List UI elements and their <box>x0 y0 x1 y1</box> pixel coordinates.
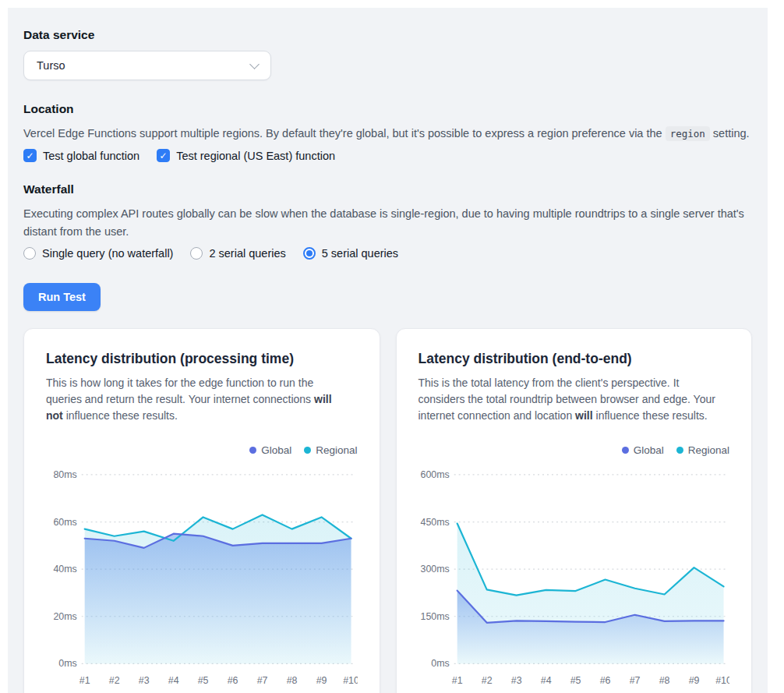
radio-single-query[interactable]: Single query (no waterfall) <box>23 247 173 260</box>
region-code-chip: region <box>666 126 710 141</box>
radio-label: Single query (no waterfall) <box>42 247 173 260</box>
legend-item-regional: Regional <box>676 444 729 456</box>
legend-label: Regional <box>316 444 357 456</box>
svg-text:#8: #8 <box>287 676 298 687</box>
svg-text:#7: #7 <box>629 676 640 687</box>
radio-icon[interactable] <box>190 247 203 260</box>
svg-text:#5: #5 <box>198 676 209 687</box>
svg-text:40ms: 40ms <box>53 564 76 575</box>
svg-text:#6: #6 <box>228 676 238 687</box>
card-description-pre: This is how long it takes for the edge f… <box>46 377 314 405</box>
radio-icon[interactable] <box>303 247 316 260</box>
card-description-post: influence these results. <box>63 409 178 422</box>
svg-text:600ms: 600ms <box>420 469 449 480</box>
waterfall-radio-row: Single query (no waterfall) 2 serial que… <box>23 247 752 260</box>
svg-text:#4: #4 <box>168 676 179 687</box>
latency-processing-card: Latency distribution (processing time) T… <box>23 328 380 693</box>
regional-series-dot-icon <box>676 447 683 454</box>
svg-text:0ms: 0ms <box>431 659 449 670</box>
svg-text:80ms: 80ms <box>53 469 76 480</box>
card-description: This is how long it takes for the edge f… <box>46 375 351 424</box>
latency-end-to-end-chart: 0ms150ms300ms450ms600ms#1#2#3#4#5#6#7#8#… <box>418 464 730 690</box>
svg-text:150ms: 150ms <box>420 611 449 622</box>
location-description-post: setting. <box>710 127 750 140</box>
chart-legend: Global Regional <box>46 444 358 456</box>
data-service-select[interactable]: Turso <box>23 51 271 80</box>
chevron-down-icon <box>249 59 260 69</box>
svg-text:450ms: 450ms <box>420 517 449 528</box>
app-container: Data service Turso Location Vercel Edge … <box>8 8 768 693</box>
svg-text:20ms: 20ms <box>53 611 76 622</box>
data-service-selected-value: Turso <box>37 59 65 72</box>
svg-text:#9: #9 <box>316 676 327 687</box>
location-checkbox-row: Test global function Test regional (US E… <box>23 149 752 162</box>
waterfall-description: Executing complex API routes globally ca… <box>23 205 752 240</box>
global-series-dot-icon <box>622 447 629 454</box>
svg-text:#10: #10 <box>715 676 729 687</box>
location-description-pre: Vercel Edge Functions support multiple r… <box>23 127 666 140</box>
legend-item-regional: Regional <box>304 444 357 456</box>
latency-processing-chart: 0ms20ms40ms60ms80ms#1#2#3#4#5#6#7#8#9#10 <box>46 464 358 690</box>
checkbox-icon[interactable] <box>157 149 170 162</box>
svg-text:#2: #2 <box>481 676 492 687</box>
card-description-bold: will <box>575 409 593 422</box>
svg-text:#3: #3 <box>510 676 521 687</box>
legend-item-global: Global <box>249 444 291 456</box>
svg-text:#6: #6 <box>599 676 610 687</box>
waterfall-heading: Waterfall <box>23 182 752 196</box>
svg-text:#10: #10 <box>343 676 357 687</box>
radio-icon[interactable] <box>23 247 36 260</box>
card-description-post: influence these results. <box>593 409 708 422</box>
card-title: Latency distribution (end-to-end) <box>418 351 730 367</box>
checkbox-label: Test global function <box>43 150 139 162</box>
latency-end-to-end-card: Latency distribution (end-to-end) This i… <box>396 328 753 693</box>
card-title: Latency distribution (processing time) <box>46 351 358 367</box>
checkbox-test-regional-function[interactable]: Test regional (US East) function <box>157 149 335 162</box>
svg-text:#5: #5 <box>570 676 581 687</box>
radio-5-serial-queries[interactable]: 5 serial queries <box>303 247 398 260</box>
svg-text:#7: #7 <box>257 676 268 687</box>
checkbox-label: Test regional (US East) function <box>176 150 335 162</box>
legend-label: Regional <box>688 444 729 456</box>
svg-text:#9: #9 <box>688 676 699 687</box>
radio-label: 2 serial queries <box>209 247 285 260</box>
location-heading: Location <box>23 102 752 116</box>
checkbox-icon[interactable] <box>23 149 37 162</box>
regional-series-dot-icon <box>304 447 311 454</box>
svg-text:#4: #4 <box>540 676 551 687</box>
location-description: Vercel Edge Functions support multiple r… <box>23 125 752 142</box>
data-service-heading: Data service <box>23 28 752 42</box>
svg-text:300ms: 300ms <box>420 564 449 575</box>
svg-text:#1: #1 <box>451 676 462 687</box>
svg-text:60ms: 60ms <box>53 517 76 528</box>
legend-item-global: Global <box>622 444 664 456</box>
legend-label: Global <box>261 444 291 456</box>
charts-grid: Latency distribution (processing time) T… <box>23 328 752 693</box>
global-series-dot-icon <box>249 447 256 454</box>
svg-text:#8: #8 <box>659 676 669 687</box>
legend-label: Global <box>634 444 664 456</box>
svg-text:#3: #3 <box>139 676 150 687</box>
svg-text:#2: #2 <box>109 676 120 687</box>
card-description: This is the total latency from the clien… <box>418 375 724 424</box>
checkbox-test-global-function[interactable]: Test global function <box>23 149 139 162</box>
run-test-button[interactable]: Run Test <box>23 283 101 311</box>
chart-legend: Global Regional <box>418 444 730 456</box>
radio-label: 5 serial queries <box>322 247 398 260</box>
svg-text:0ms: 0ms <box>58 659 76 670</box>
radio-2-serial-queries[interactable]: 2 serial queries <box>190 247 285 260</box>
svg-text:#1: #1 <box>79 676 90 687</box>
